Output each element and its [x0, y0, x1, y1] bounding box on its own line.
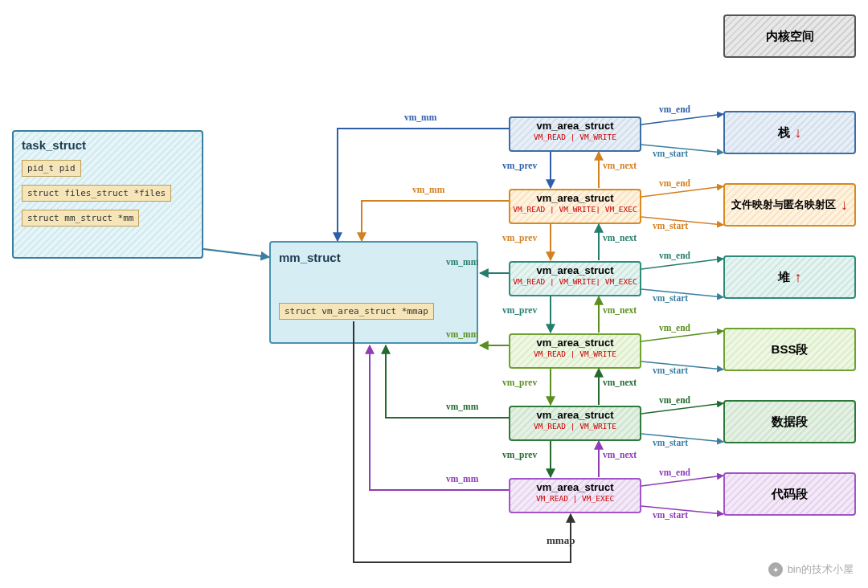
region-mmap: 文件映射与匿名映射区↓ [723, 183, 856, 227]
task-struct-box: task_struct pid_t pid struct files_struc… [12, 130, 203, 259]
vma-text: vm_area_structVM_READ | VM_EXEC [509, 478, 641, 513]
region-kernel: 内核空间 [723, 14, 856, 58]
vma-bss: vm_area_structVM_READ | VM_WRITE [509, 333, 641, 369]
lbl-vmmm: vm_mm [446, 402, 478, 411]
vma-data: vm_area_structVM_READ | VM_WRITE [509, 406, 641, 441]
mm-struct-title: mm_struct [279, 251, 469, 264]
lbl-next: vm_next [603, 233, 637, 243]
lbl-vmmm: vm_mm [446, 474, 478, 484]
lbl-vmmm: vm_mm [446, 257, 478, 267]
field-pid: pid_t pid [22, 160, 81, 177]
lbl-vmmm: vm_mm [404, 112, 436, 122]
lbl-prev: vm_prev [502, 450, 537, 459]
lbl-end: vm_end [659, 395, 690, 405]
arrow-down-icon: ↓ [795, 125, 802, 141]
lbl-start: vm_start [653, 365, 688, 375]
lbl-vmmm: vm_mm [412, 185, 444, 194]
lbl-next: vm_next [603, 305, 637, 315]
lbl-prev: vm_prev [502, 305, 537, 315]
lbl-prev: vm_prev [502, 378, 537, 387]
region-bss: BSS段 [723, 328, 856, 371]
lbl-end: vm_end [659, 323, 690, 333]
lbl-start: vm_start [653, 438, 688, 447]
region-heap: 堆↑ [723, 255, 856, 299]
lbl-mmap: mmap [547, 534, 575, 547]
lbl-start: vm_start [653, 221, 688, 231]
watermark: ✦ bin的技术小屋 [768, 562, 854, 577]
lbl-start: vm_start [653, 510, 688, 520]
field-files: struct files_struct *files [22, 185, 171, 202]
lbl-end: vm_end [659, 178, 690, 188]
task-struct-title: task_struct [22, 138, 194, 152]
vma-heap: vm_area_structVM_READ | VM_WRITE| VM_EXE… [509, 261, 641, 296]
lbl-start: vm_start [653, 149, 688, 158]
region-data: 数据段 [723, 400, 856, 443]
lbl-vmmm: vm_mm [446, 329, 478, 339]
lbl-prev: vm_prev [502, 161, 537, 170]
wechat-icon: ✦ [768, 562, 783, 577]
arrow-down-icon: ↓ [841, 197, 848, 214]
vma-stack: vm_area_structVM_READ | VM_WRITE [509, 116, 641, 152]
region-stack: 栈↓ [723, 111, 856, 154]
lbl-end: vm_end [659, 468, 690, 477]
lbl-start: vm_start [653, 293, 688, 303]
lbl-next: vm_next [603, 450, 637, 459]
field-mm: struct mm_struct *mm [22, 210, 139, 227]
lbl-end: vm_end [659, 251, 690, 260]
region-text: 代码段 [723, 472, 856, 516]
field-mmap: struct vm_area_struct *mmap [279, 303, 434, 320]
lbl-next: vm_next [603, 378, 637, 387]
lbl-end: vm_end [659, 104, 690, 114]
lbl-prev: vm_prev [502, 233, 537, 243]
vma-mmap: vm_area_structVM_READ | VM_WRITE| VM_EXE… [509, 189, 641, 224]
lbl-next: vm_next [603, 161, 637, 170]
arrow-up-icon: ↑ [795, 269, 802, 286]
